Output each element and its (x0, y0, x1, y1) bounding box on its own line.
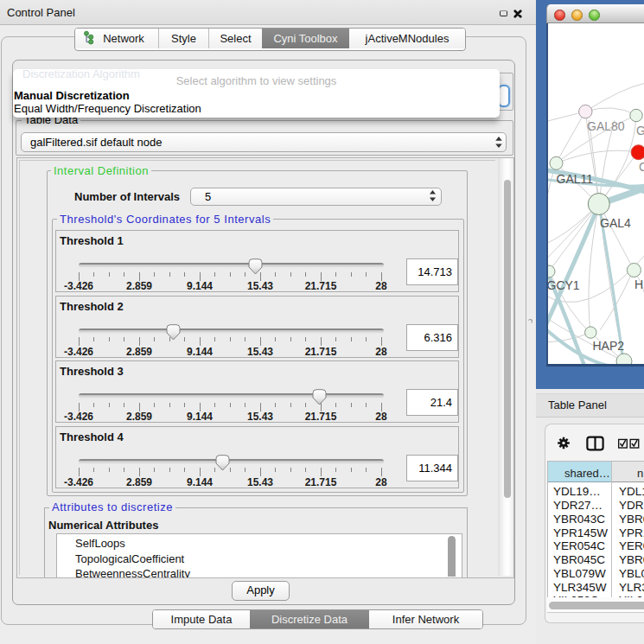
svg-text:GAL11: GAL11 (557, 172, 594, 186)
svg-text:C: C (639, 160, 644, 174)
svg-text:GCY1: GCY1 (548, 278, 580, 292)
svg-text:G.: G. (636, 124, 644, 137)
svg-text:GAL4: GAL4 (600, 216, 631, 230)
svg-text:HAP2: HAP2 (593, 339, 625, 353)
svg-text:H: H (634, 277, 643, 291)
svg-text:GAL80: GAL80 (587, 119, 625, 133)
